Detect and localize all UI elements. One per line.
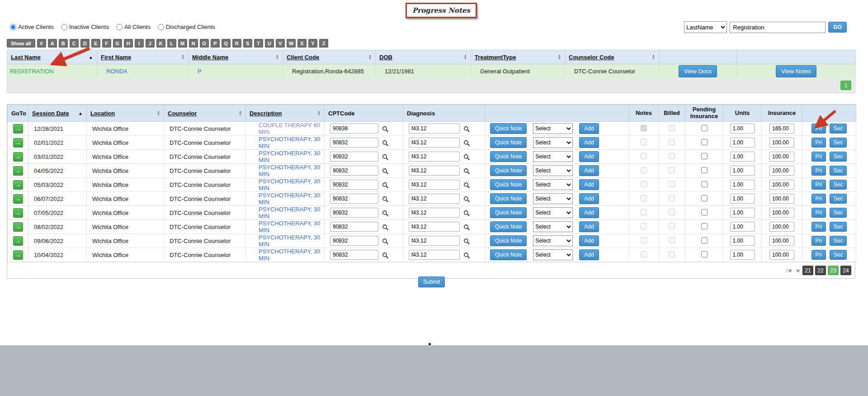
sessions-header-location[interactable]: Location▲▼	[87, 105, 164, 122]
sessions-header-counselor[interactable]: Counselor▲▼	[164, 105, 246, 122]
clients-header-client-code[interactable]: Client Code▲▼	[283, 50, 376, 64]
diagnosis-lookup-magnifier-icon[interactable]	[463, 196, 470, 203]
discharged-clients-radio[interactable]	[158, 24, 164, 30]
goto-button[interactable]: →	[13, 208, 23, 218]
pagination-page-21-button[interactable]: 21	[802, 266, 813, 275]
note-type-select[interactable]: Select	[533, 207, 573, 218]
units-input[interactable]	[730, 166, 755, 176]
view-notes-button[interactable]: View Notes	[776, 65, 816, 77]
all-clients-radio[interactable]	[116, 24, 123, 30]
cpt-lookup-magnifier-icon[interactable]	[382, 153, 389, 161]
diagnosis-input[interactable]	[409, 124, 460, 134]
cpt-lookup-magnifier-icon[interactable]	[382, 238, 389, 245]
clients-header-middle-name[interactable]: Middle Name▲▼	[189, 50, 283, 64]
pri-button[interactable]: Pri	[811, 236, 826, 246]
add-button[interactable]: Add	[579, 165, 599, 176]
diagnosis-input[interactable]	[409, 208, 460, 218]
note-type-select[interactable]: Select	[533, 137, 573, 148]
units-input[interactable]	[730, 222, 755, 232]
alphabet-letter-b[interactable]: B	[59, 39, 68, 48]
quick-note-button[interactable]: Quick Note	[490, 207, 527, 218]
diagnosis-lookup-magnifier-icon[interactable]	[463, 139, 470, 147]
diagnosis-lookup-magnifier-icon[interactable]	[463, 181, 470, 189]
cpt-lookup-magnifier-icon[interactable]	[382, 181, 389, 189]
cpt-code-input[interactable]	[330, 124, 378, 134]
description-link[interactable]: PSYCHOTHERAPY, 30 MIN	[259, 178, 320, 191]
alphabet-letter-z[interactable]: Z	[319, 39, 328, 48]
insurance-input[interactable]	[769, 250, 794, 260]
sec-button[interactable]: Sec	[830, 222, 847, 232]
cpt-code-input[interactable]	[330, 208, 378, 218]
sec-button[interactable]: Sec	[830, 250, 847, 260]
cpt-lookup-magnifier-icon[interactable]	[382, 210, 389, 217]
alphabet-letter-o[interactable]: O	[200, 39, 209, 48]
submit-button[interactable]: Submit	[418, 277, 445, 287]
pri-button[interactable]: Pri	[811, 180, 826, 190]
alphabet-letter-p[interactable]: P	[211, 39, 220, 48]
goto-button[interactable]: →	[13, 222, 23, 232]
diagnosis-input[interactable]	[409, 236, 460, 246]
quick-note-button[interactable]: Quick Note	[490, 249, 527, 260]
alphabet-letter-g[interactable]: G	[113, 39, 122, 48]
note-type-select[interactable]: Select	[533, 221, 573, 232]
client-last-name-link[interactable]: REGISTRATION	[10, 68, 54, 75]
note-type-select[interactable]: Select	[533, 249, 573, 260]
diagnosis-input[interactable]	[409, 166, 460, 176]
alphabet-letter-y[interactable]: Y	[308, 39, 317, 48]
alphabet-letter-i[interactable]: I	[135, 39, 144, 48]
clients-header-counselor-code[interactable]: Counselor Code▲▼	[565, 50, 659, 64]
units-input[interactable]	[730, 208, 755, 218]
alphabet-letter-j[interactable]: J	[146, 39, 155, 48]
description-link[interactable]: PSYCHOTHERAPY, 30 MIN	[259, 150, 320, 163]
note-type-select[interactable]: Select	[533, 165, 573, 176]
diagnosis-lookup-magnifier-icon[interactable]	[463, 153, 470, 161]
quick-note-button[interactable]: Quick Note	[490, 165, 527, 176]
description-link[interactable]: PSYCHOTHERAPY, 30 MIN	[259, 206, 320, 219]
insurance-input[interactable]	[769, 138, 794, 148]
goto-button[interactable]: →	[13, 236, 23, 246]
cpt-lookup-magnifier-icon[interactable]	[382, 167, 389, 175]
pagination-page-23-button[interactable]: 23	[828, 266, 839, 275]
alphabet-letter-k[interactable]: K	[156, 39, 165, 48]
insurance-input[interactable]	[769, 208, 794, 218]
goto-button[interactable]: →	[13, 250, 23, 260]
diagnosis-lookup-magnifier-icon[interactable]	[463, 210, 470, 217]
clients-header-dob[interactable]: DOB▲▼	[376, 50, 471, 64]
diagnosis-input[interactable]	[409, 222, 460, 232]
diagnosis-lookup-magnifier-icon[interactable]	[463, 125, 470, 133]
cpt-code-input[interactable]	[330, 152, 378, 162]
clients-page-1-button[interactable]: 1	[840, 81, 851, 90]
cpt-code-input[interactable]	[330, 250, 378, 260]
alphabet-letter-t[interactable]: T	[254, 39, 263, 48]
units-input[interactable]	[730, 152, 755, 162]
note-type-select[interactable]: Select	[533, 193, 573, 204]
diagnosis-lookup-magnifier-icon[interactable]	[463, 252, 470, 259]
pending-insurance-checkbox[interactable]	[701, 153, 708, 159]
alphabet-letter-v[interactable]: V	[276, 39, 285, 48]
sec-button[interactable]: Sec	[830, 208, 847, 218]
goto-button[interactable]: →	[13, 124, 23, 134]
cpt-code-input[interactable]	[330, 236, 378, 246]
alphabet-letter-q[interactable]: Q	[222, 39, 231, 48]
alphabet-letter-f[interactable]: F	[102, 39, 111, 48]
alphabet-letter-m[interactable]: M	[178, 39, 187, 48]
cpt-lookup-magnifier-icon[interactable]	[382, 252, 389, 259]
cpt-code-input[interactable]	[330, 194, 378, 204]
add-button[interactable]: Add	[579, 193, 599, 204]
add-button[interactable]: Add	[579, 137, 599, 148]
cpt-code-input[interactable]	[330, 166, 378, 176]
cpt-code-input[interactable]	[330, 222, 378, 232]
alphabet-letter-h[interactable]: H	[124, 39, 133, 48]
quick-note-button[interactable]: Quick Note	[490, 193, 527, 204]
quick-note-button[interactable]: Quick Note	[490, 151, 527, 162]
insurance-input[interactable]	[769, 124, 794, 134]
sec-button[interactable]: Sec	[830, 166, 847, 176]
diagnosis-input[interactable]	[409, 194, 460, 204]
diagnosis-input[interactable]	[409, 138, 460, 148]
sec-button[interactable]: Sec	[830, 236, 847, 246]
alphabet-letter-w[interactable]: W	[287, 39, 296, 48]
active-clients-radio[interactable]	[10, 24, 16, 30]
pri-button[interactable]: Pri	[811, 152, 826, 162]
sessions-header-session-date[interactable]: Session Date▲	[28, 105, 87, 122]
pending-insurance-checkbox[interactable]	[701, 223, 708, 229]
